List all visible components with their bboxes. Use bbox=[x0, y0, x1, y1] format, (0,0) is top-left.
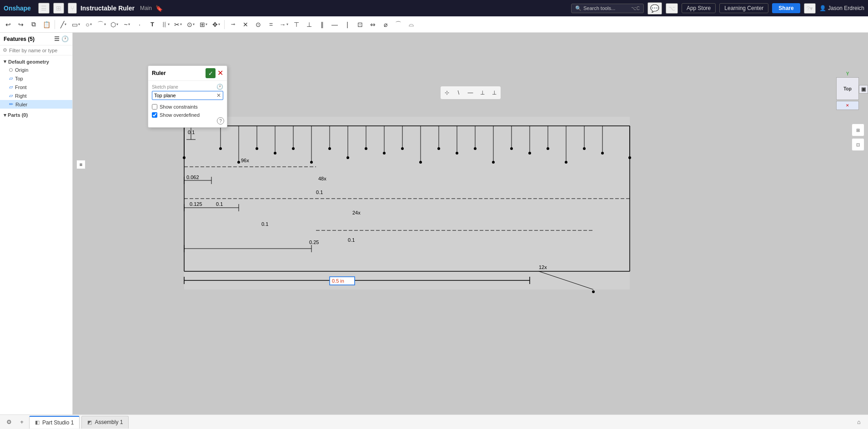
equal-btn[interactable]: = bbox=[265, 18, 277, 31]
copy-button[interactable]: ⧉ bbox=[27, 18, 40, 31]
code-button[interactable]: ⌥ bbox=[666, 3, 678, 14]
svg-point-43 bbox=[456, 152, 458, 155]
offset-tool[interactable]: ⊙▾ bbox=[184, 18, 197, 31]
paste-button[interactable]: 📋 bbox=[40, 18, 53, 31]
concentric-btn[interactable]: ⊙ bbox=[252, 18, 265, 31]
mini-tb-snap[interactable]: ⊹ bbox=[442, 87, 452, 98]
svg-point-46 bbox=[510, 147, 513, 150]
svg-point-33 bbox=[274, 152, 276, 155]
topbar: Onshape ☰ ⊞ ⑂ Instructable Ruler Main 🔖 … bbox=[0, 0, 868, 16]
tab-part-studio[interactable]: ◧ Part Studio 1 bbox=[29, 416, 80, 429]
appstore-button[interactable]: App Store bbox=[682, 3, 716, 13]
search-tools-placeholder: Search tools... bbox=[583, 5, 615, 11]
fix-btn[interactable]: ⌀ bbox=[379, 18, 392, 31]
sketch-clock-icon[interactable]: 🕐 bbox=[216, 84, 223, 90]
view-cube-front[interactable]: ✕ bbox=[836, 101, 859, 110]
mirror-tool[interactable]: ⧛▾ bbox=[159, 18, 171, 31]
tree-item-origin[interactable]: Origin bbox=[0, 66, 72, 74]
polygon-tool[interactable]: ⬡▾ bbox=[108, 18, 120, 31]
version-icon[interactable]: 🔖 bbox=[156, 5, 163, 12]
circle-tool[interactable]: ○▾ bbox=[82, 18, 95, 31]
tab-assembly[interactable]: ◩ Assembly 1 bbox=[81, 416, 129, 429]
parallel-btn[interactable]: ∥ bbox=[316, 18, 328, 31]
plane-icon: ▱ bbox=[9, 84, 13, 90]
parts-section: ▾ Parts (0) bbox=[0, 110, 72, 120]
rectangle-tool[interactable]: ▭▾ bbox=[70, 18, 82, 31]
mini-tb-perpendicular[interactable]: ⊥ bbox=[477, 87, 488, 98]
view-cube-top[interactable]: Top bbox=[836, 77, 859, 100]
mini-tb-diagonal[interactable]: \ bbox=[453, 87, 464, 98]
sketch-cancel-button[interactable]: ✕ bbox=[217, 70, 223, 77]
vertical-btn[interactable]: | bbox=[341, 18, 354, 31]
sketch-plane-label: Sketch plane bbox=[152, 85, 178, 90]
point-tool[interactable]: · bbox=[133, 18, 146, 31]
tree-item-ruler[interactable]: ✏ Ruler bbox=[0, 100, 72, 109]
properties-icon[interactable]: ⊞ bbox=[852, 124, 864, 136]
tangent-btn[interactable]: ⊤ bbox=[290, 18, 303, 31]
tree-item-right[interactable]: ▱ Right bbox=[0, 91, 72, 100]
help-button[interactable]: ?▾ bbox=[804, 3, 816, 14]
sketch-help-icon[interactable]: ? bbox=[217, 117, 224, 125]
features-header: Features (5) ☰ 🕐 bbox=[0, 33, 72, 45]
move-tool[interactable]: ✥▾ bbox=[210, 18, 222, 31]
show-constraints-row: Show constraints bbox=[148, 103, 227, 111]
sketch-plane-value: Top plane ✕ bbox=[152, 91, 223, 100]
midpoint-btn[interactable]: ⊡ bbox=[354, 18, 366, 31]
plane-clear-button[interactable]: ✕ bbox=[216, 92, 221, 99]
learning-center-button[interactable]: Learning Center bbox=[719, 3, 768, 13]
trim-tool[interactable]: ✂▾ bbox=[171, 18, 184, 31]
user-name: Jason Erdreich bbox=[828, 5, 864, 11]
svg-point-34 bbox=[292, 147, 295, 150]
hamburger-menu[interactable]: ☰ bbox=[38, 3, 50, 14]
show-overdefined-label: Show overdefined bbox=[160, 112, 200, 118]
svg-text:24x: 24x bbox=[352, 210, 361, 215]
measure-icon[interactable]: ⊡ bbox=[852, 138, 864, 151]
pattern-tool[interactable]: ⊞▾ bbox=[197, 18, 210, 31]
grid-menu[interactable]: ⊞ bbox=[53, 3, 64, 14]
default-geometry-label: Default geometry bbox=[8, 59, 49, 65]
bottom-home-btn[interactable]: ⌂ bbox=[853, 417, 864, 428]
view-render-btn[interactable]: ▣ bbox=[859, 85, 868, 94]
svg-text:12x: 12x bbox=[539, 264, 547, 270]
arc-tool[interactable]: ⌒▾ bbox=[95, 18, 108, 31]
horizontal-btn[interactable]: — bbox=[328, 18, 341, 31]
symmetric-btn[interactable]: ⇔ bbox=[366, 18, 379, 31]
assembly-icon: ◩ bbox=[87, 419, 92, 425]
arc2-btn[interactable]: ⌓ bbox=[405, 18, 417, 31]
features-list-icon[interactable]: ☰ bbox=[54, 35, 60, 42]
add-tab-btn[interactable]: + bbox=[16, 417, 27, 428]
branch-icon[interactable]: ⑂ bbox=[68, 3, 77, 14]
sketch-confirm-button[interactable]: ✓ bbox=[206, 68, 216, 78]
svg-point-36 bbox=[328, 147, 331, 150]
mini-tb-horizontal[interactable]: — bbox=[465, 87, 476, 98]
arc-btn[interactable]: ⌒ bbox=[392, 18, 405, 31]
line-tool[interactable]: ╱▾ bbox=[57, 18, 70, 31]
share-button[interactable]: Share bbox=[772, 3, 800, 13]
user-menu[interactable]: 👤 Jason Erdreich bbox=[819, 5, 864, 11]
coincident-btn[interactable]: ✕ bbox=[239, 18, 252, 31]
canvas[interactable]: Ruler ✓ ✕ Sketch plane 🕐 Top plane ✕ Sho… bbox=[73, 33, 868, 414]
redo-button[interactable]: ↪ bbox=[15, 18, 27, 31]
right-panel-icons: ⊞ ⊡ bbox=[852, 124, 864, 151]
construction-btn[interactable]: ⊸ bbox=[226, 18, 239, 31]
mini-tb-perpendicular2[interactable]: ⊥ bbox=[489, 87, 500, 98]
logo[interactable]: Onshape bbox=[4, 5, 31, 12]
constraint-btn[interactable]: →▾ bbox=[277, 18, 290, 31]
perpendicular-btn[interactable]: ⊥ bbox=[303, 18, 316, 31]
features-clock-icon[interactable]: 🕐 bbox=[61, 35, 69, 42]
text-tool[interactable]: T bbox=[146, 18, 159, 31]
svg-point-35 bbox=[310, 161, 313, 164]
filter-input[interactable] bbox=[9, 48, 72, 53]
spline-tool[interactable]: ~▾ bbox=[120, 18, 133, 31]
tree-item-top[interactable]: ▱ Top bbox=[0, 74, 72, 83]
search-tools[interactable]: 🔍 Search tools... ⌥C bbox=[571, 4, 644, 13]
chat-button[interactable]: 💬 bbox=[647, 2, 662, 15]
bottom-settings-btn[interactable]: ⚙ bbox=[4, 417, 15, 428]
list-icon-btn[interactable]: ≡ bbox=[76, 160, 85, 169]
undo-button[interactable]: ↩ bbox=[2, 18, 15, 31]
view-cube-container: Y Top ✕ ▣ bbox=[836, 71, 859, 110]
show-constraints-checkbox[interactable] bbox=[152, 104, 157, 110]
show-overdefined-checkbox[interactable] bbox=[152, 112, 157, 118]
tree-item-front[interactable]: ▱ Front bbox=[0, 83, 72, 91]
tree-item-label: Right bbox=[15, 93, 27, 99]
